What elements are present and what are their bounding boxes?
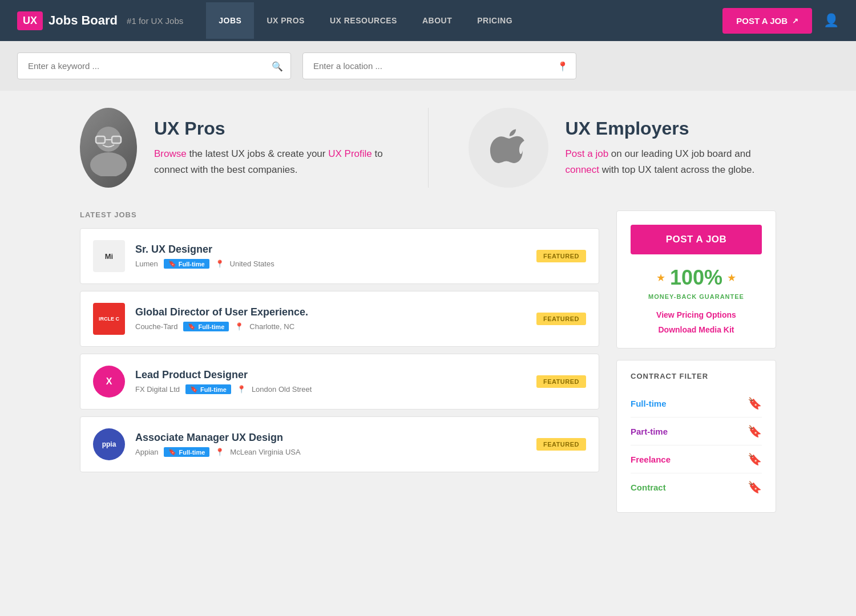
ux-profile-link[interactable]: UX Profile [328, 148, 372, 159]
ux-pros-avatar [80, 108, 137, 188]
nav-ux-resources[interactable]: UX RESOURCES [317, 2, 410, 39]
search-icon[interactable]: 🔍 [272, 60, 283, 71]
ux-employers-text: UX Employers Post a job on our leading U… [566, 118, 777, 177]
company-name: FX Digital Ltd [135, 385, 180, 394]
company-name: Lumen [135, 260, 158, 268]
view-pricing-link[interactable]: View Pricing Options [631, 310, 762, 319]
filter-fulltime-label: Full-time [631, 399, 667, 408]
guarantee-percentage: 100% [670, 266, 722, 290]
post-job-link[interactable]: Post a job [566, 148, 609, 159]
filter-contract-bookmark-icon: 🔖 [748, 480, 762, 494]
external-link-icon: ↗ [792, 17, 798, 25]
company-name: Couche-Tard [135, 322, 177, 331]
filter-parttime-bookmark-icon: 🔖 [748, 424, 762, 438]
browse-link[interactable]: Browse [154, 148, 187, 159]
navbar: UX Jobs Board #1 for UX Jobs JOBS UX PRO… [0, 0, 856, 41]
job-location: Charlotte, NC [249, 322, 294, 331]
table-row[interactable]: ppia Associate Manager UX Design Appian … [80, 416, 599, 472]
section-label: LATEST JOBS [80, 210, 599, 219]
keyword-input[interactable] [17, 52, 291, 79]
table-row[interactable]: X Lead Product Designer FX Digital Ltd 🔖… [80, 354, 599, 410]
job-info: Lead Product Designer FX Digital Ltd 🔖 F… [135, 369, 526, 394]
filter-fulltime-bookmark-icon: 🔖 [748, 396, 762, 410]
connect-link[interactable]: connect [566, 164, 600, 175]
company-logo-lumen: Mi [93, 240, 125, 272]
company-logo-circle: IRCLE C [93, 303, 125, 335]
nav-ux-pros[interactable]: UX PROS [254, 2, 317, 39]
company-logo-wrap [469, 108, 548, 188]
ux-employers-title: UX Employers [566, 118, 777, 139]
location-pin-icon: 📍 [235, 322, 244, 331]
guarantee-wrap: ★ 100% ★ [631, 266, 762, 290]
location-search-wrap: 📍 [302, 52, 576, 79]
jobs-section: LATEST JOBS Mi Sr. UX Designer Lumen 🔖 F… [80, 210, 776, 513]
nav-jobs[interactable]: JOBS [206, 2, 254, 39]
main-content: UX Pros Browse the latest UX jobs & crea… [68, 91, 788, 530]
bookmark-icon: 🔖 [188, 323, 196, 330]
person-avatar-svg [80, 119, 137, 176]
nav-links: JOBS UX PROS UX RESOURCES ABOUT PRICING [206, 2, 722, 39]
ux-employers-description: Post a job on our leading UX job board a… [566, 146, 777, 177]
ux-pros-card: UX Pros Browse the latest UX jobs & crea… [80, 108, 388, 188]
job-info: Sr. UX Designer Lumen 🔖 Full-time 📍 Unit… [135, 244, 526, 269]
job-type-badge: 🔖 Full-time [185, 384, 231, 394]
ux-pros-text: UX Pros Browse the latest UX jobs & crea… [154, 118, 388, 177]
ux-pros-title: UX Pros [154, 118, 388, 139]
search-bar: 🔍 📍 [0, 41, 856, 91]
job-title: Associate Manager UX Design [135, 432, 526, 444]
featured-badge: FEATURED [536, 438, 586, 451]
job-location: McLean Virginia USA [230, 448, 300, 456]
job-location: London Old Street [252, 385, 312, 394]
job-type-badge: 🔖 Full-time [164, 447, 209, 457]
filter-freelance-label: Freelance [631, 455, 671, 464]
bookmark-icon: 🔖 [168, 448, 176, 456]
filter-freelance[interactable]: Freelance 🔖 [631, 445, 762, 473]
nav-pricing[interactable]: PRICING [465, 2, 525, 39]
job-type-badge: 🔖 Full-time [183, 322, 229, 331]
featured-badge: FEATURED [536, 375, 586, 388]
company-logo-fx: X [93, 366, 125, 398]
apple-logo-svg [488, 125, 528, 171]
location-pin-icon: 📍 [557, 60, 568, 71]
filter-contract-label: Contract [631, 483, 666, 492]
contract-filter-card: CONTRACT FILTER Full-time 🔖 Part-time 🔖 … [616, 360, 776, 513]
star-right-icon: ★ [727, 271, 736, 284]
bookmark-icon: 🔖 [190, 386, 198, 393]
filter-parttime-label: Part-time [631, 427, 668, 436]
filter-parttime[interactable]: Part-time 🔖 [631, 418, 762, 445]
job-title: Lead Product Designer [135, 369, 526, 381]
brand-name: Jobs Board [49, 13, 118, 28]
post-job-button[interactable]: POST A JOB ↗ [722, 8, 812, 34]
bookmark-icon: 🔖 [168, 260, 176, 268]
location-pin-icon: 📍 [215, 260, 224, 268]
promo-section: UX Pros Browse the latest UX jobs & crea… [80, 108, 776, 188]
job-meta: Couche-Tard 🔖 Full-time 📍 Charlotte, NC [135, 322, 526, 331]
filter-freelance-bookmark-icon: 🔖 [748, 452, 762, 466]
svg-point-1 [90, 152, 127, 176]
post-job-sidebar-button[interactable]: POST A JOB [631, 225, 762, 254]
keyword-search-wrap: 🔍 [17, 52, 291, 79]
location-input[interactable] [302, 52, 576, 79]
job-location: United States [230, 260, 274, 268]
table-row[interactable]: IRCLE C Global Director of User Experien… [80, 291, 599, 347]
post-job-card: POST A JOB ★ 100% ★ MONEY-BACK GUARANTEE… [616, 210, 776, 348]
job-info: Global Director of User Experience. Couc… [135, 306, 526, 331]
download-media-link[interactable]: Download Media Kit [631, 325, 762, 334]
job-title: Sr. UX Designer [135, 244, 526, 256]
nav-about[interactable]: ABOUT [410, 2, 465, 39]
logo-box: UX [17, 11, 43, 30]
star-left-icon: ★ [656, 271, 665, 284]
user-icon[interactable]: 👤 [823, 13, 839, 28]
table-row[interactable]: Mi Sr. UX Designer Lumen 🔖 Full-time 📍 U… [80, 228, 599, 284]
featured-badge: FEATURED [536, 313, 586, 325]
filter-fulltime[interactable]: Full-time 🔖 [631, 390, 762, 418]
job-info: Associate Manager UX Design Appian 🔖 Ful… [135, 432, 526, 457]
job-meta: Lumen 🔖 Full-time 📍 United States [135, 259, 526, 269]
ux-employers-card: UX Employers Post a job on our leading U… [469, 108, 777, 188]
job-type-badge: 🔖 Full-time [164, 259, 209, 269]
filter-contract[interactable]: Contract 🔖 [631, 473, 762, 501]
jobs-list: LATEST JOBS Mi Sr. UX Designer Lumen 🔖 F… [80, 210, 599, 479]
company-logo-appian: ppia [93, 428, 125, 460]
job-meta: FX Digital Ltd 🔖 Full-time 📍 London Old … [135, 384, 526, 394]
contract-filter-title: CONTRACT FILTER [631, 372, 762, 380]
